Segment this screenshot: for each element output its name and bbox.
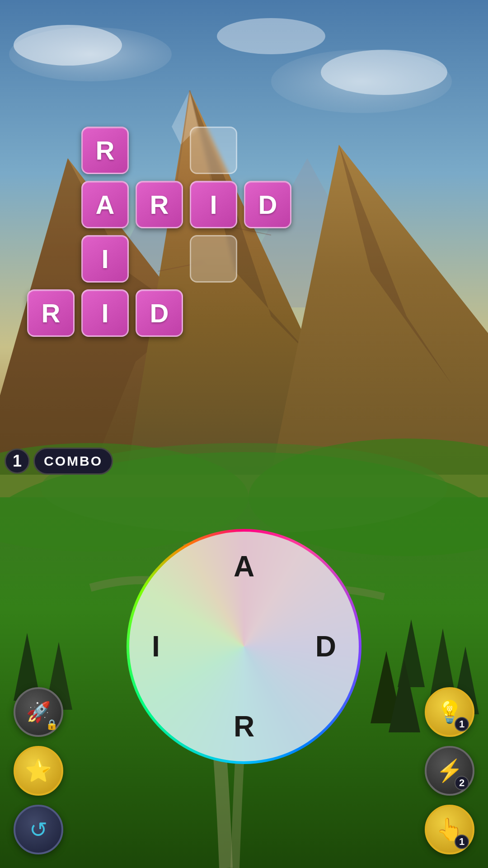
tile-2-2 — [136, 235, 183, 283]
star-button[interactable]: ⭐ — [14, 746, 63, 796]
tile-2-4 — [244, 235, 291, 283]
lightbulb-badge: 1 — [455, 717, 469, 731]
wheel-letter-left[interactable]: I — [152, 630, 160, 663]
right-button-group: 💡 1 ⚡ 2 👆 1 — [425, 687, 474, 854]
tile-1-2[interactable]: R — [136, 181, 183, 228]
star-icon: ⭐ — [25, 758, 52, 783]
svg-point-4 — [321, 50, 447, 95]
hand-badge: 1 — [455, 835, 469, 849]
tile-2-3 — [190, 235, 237, 283]
bottom-buttons: 🚀 🔒 ⭐ ↺ 💡 1 ⚡ 2 👆 1 — [0, 687, 488, 854]
combo-label: COMBO — [33, 448, 113, 475]
tile-3-1[interactable]: I — [81, 289, 129, 337]
lightning-badge: 2 — [455, 776, 469, 790]
combo-number: 1 — [5, 448, 30, 474]
tile-0-3 — [190, 127, 237, 174]
tile-0-2 — [136, 127, 183, 174]
wheel-letter-right[interactable]: D — [315, 630, 336, 663]
tile-3-3 — [190, 289, 237, 337]
tile-0-1[interactable]: R — [81, 127, 129, 174]
tile-1-0 — [27, 181, 75, 228]
wheel-letter-top[interactable]: A — [234, 550, 254, 583]
tile-1-3[interactable]: I — [190, 181, 237, 228]
tile-1-1[interactable]: A — [81, 181, 129, 228]
svg-point-5 — [217, 18, 325, 54]
tile-0-0 — [27, 127, 75, 174]
hand-button[interactable]: 👆 1 — [425, 805, 474, 854]
word-grid: R A R I D I R I D — [27, 127, 294, 339]
refresh-button[interactable]: ↺ — [14, 805, 63, 854]
lock-icon: 🔒 — [46, 719, 58, 731]
rocket-button[interactable]: 🚀 🔒 — [14, 687, 63, 737]
combo-badge: 1 COMBO — [5, 448, 113, 475]
lightbulb-button[interactable]: 💡 1 — [425, 687, 474, 737]
tile-0-4 — [244, 127, 291, 174]
refresh-icon: ↺ — [29, 817, 47, 842]
tile-2-1[interactable]: I — [81, 235, 129, 283]
tile-3-2[interactable]: D — [136, 289, 183, 337]
left-button-group: 🚀 🔒 ⭐ ↺ — [14, 687, 63, 854]
svg-point-2 — [14, 25, 122, 66]
tile-2-0 — [27, 235, 75, 283]
tile-3-0[interactable]: R — [27, 289, 75, 337]
tile-3-4 — [244, 289, 291, 337]
tile-1-4[interactable]: D — [244, 181, 291, 228]
lightning-button[interactable]: ⚡ 2 — [425, 746, 474, 796]
